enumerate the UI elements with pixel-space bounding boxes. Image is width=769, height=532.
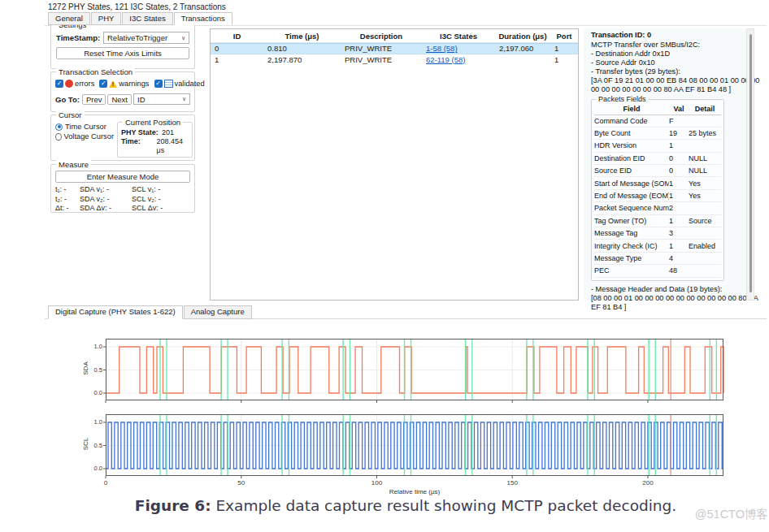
measure-t: Δt: - bbox=[55, 204, 80, 214]
column-header-description[interactable]: Description bbox=[341, 32, 422, 41]
measure-scl: SCL Δv: - bbox=[132, 204, 184, 214]
filter-label: warnings bbox=[119, 80, 149, 88]
field-detail: Yes bbox=[689, 179, 721, 188]
cell-description: PRIV_WRITE bbox=[341, 55, 422, 64]
i3c-states-link[interactable]: 1-58 (58) bbox=[426, 44, 458, 53]
filter-errors[interactable]: ✓errors bbox=[55, 80, 94, 88]
cell-time: 0.810 bbox=[263, 44, 341, 53]
column-header-id[interactable]: ID bbox=[211, 32, 263, 41]
current-position-label: Current Position bbox=[123, 118, 183, 127]
voltage-cursor-label: Voltage Cursor bbox=[64, 132, 115, 141]
details-footer-line: - Message Header and Data (19 bytes): bbox=[591, 285, 746, 294]
filter-label: validated bbox=[175, 80, 205, 88]
x-tick-label: 50 bbox=[232, 479, 251, 487]
transaction-row[interactable]: 12,197.870PRIV_WRITE62-119 (58)1 bbox=[211, 54, 578, 66]
phy-state-label: PHY State: bbox=[121, 128, 162, 137]
cell-i3c-states: 62-119 (58) bbox=[422, 55, 495, 64]
timestamp-label: TimeStamp: bbox=[56, 33, 103, 42]
measure-row: t₁: -SDA v₁: -SCL v₁: - bbox=[55, 185, 190, 195]
details-line: MCTP Transfer over SMBus/I2C: bbox=[591, 41, 746, 50]
field-name: Byte Count bbox=[594, 129, 669, 137]
filter-warnings[interactable]: ✓warnings bbox=[99, 80, 149, 88]
tab-i3c-states[interactable]: I3C States bbox=[122, 12, 172, 25]
warning-triangle-icon bbox=[109, 80, 117, 88]
field-name: Source EID bbox=[594, 167, 669, 175]
y-tick-label: 0.0 bbox=[86, 465, 102, 472]
measure-scl: SCL v₂: - bbox=[132, 195, 184, 205]
packets-row: Packet Sequence Num2 bbox=[594, 202, 721, 214]
x-tick-label: 200 bbox=[638, 479, 658, 487]
time-cursor-label: Time Cursor bbox=[65, 123, 106, 131]
cell-description: PRIV_WRITE bbox=[341, 44, 422, 53]
scl-waveform-plot[interactable]: 0.00.51.0SCL050100150200Relative time (μ… bbox=[106, 414, 723, 476]
details-line: 00 00 00 00 00 00 00 80 AA EF 81 B4 48 ] bbox=[591, 85, 746, 94]
radio-unselected-icon[interactable] bbox=[55, 133, 62, 141]
filter-validated[interactable]: ✓validated bbox=[154, 80, 205, 88]
time-cursor-radio[interactable]: Time Cursor bbox=[55, 122, 114, 132]
packets-row: Integrity Check (IC)1Enabled bbox=[594, 240, 721, 252]
field-name: Message Type bbox=[594, 254, 669, 262]
goto-label: Go To: bbox=[55, 95, 80, 104]
x-axis-label: Relative time (μs) bbox=[370, 488, 459, 495]
packets-row: Start of Message (SOM)1Yes bbox=[594, 177, 721, 189]
figure-caption-prefix: Figure 6: bbox=[135, 497, 211, 514]
sda-waveform-plot[interactable]: 0.00.51.0SDA bbox=[106, 339, 723, 400]
enter-measure-mode-button[interactable]: Enter Measure Mode bbox=[55, 171, 190, 183]
packets-row: Destination EID0NULL bbox=[594, 153, 721, 165]
tab-general[interactable]: General bbox=[48, 12, 90, 25]
tab-transactions[interactable]: Transactions bbox=[174, 12, 232, 25]
field-val: 3 bbox=[669, 229, 689, 237]
voltage-cursor-radio[interactable]: Voltage Cursor bbox=[55, 132, 114, 141]
packets-fields-body: Command CodeFByte Count1925 bytesHDR Ver… bbox=[594, 115, 721, 278]
packets-fields-group: Packets Fields FieldValDetail Command Co… bbox=[591, 99, 724, 281]
details-line: - Destination Addr 0x1D bbox=[591, 50, 746, 58]
measure-row: t₂: -SDA v₂: -SCL v₂: - bbox=[55, 195, 190, 205]
field-val: 4 bbox=[669, 254, 689, 262]
checkbox-checked-icon[interactable]: ✓ bbox=[154, 80, 163, 88]
field-detail: Enabled bbox=[689, 242, 721, 250]
column-header-i3c-states[interactable]: I3C States bbox=[422, 32, 495, 41]
tab-phy[interactable]: PHY bbox=[91, 12, 122, 25]
figure-caption-text: Example data capture result showing MCTP… bbox=[211, 497, 677, 514]
packets-fields-header: FieldValDetail bbox=[594, 103, 721, 115]
tab-analog-capture[interactable]: Analog Capture bbox=[184, 305, 252, 319]
measure-row: Δt: -SDA Δv: -SCL Δv: - bbox=[55, 204, 190, 214]
next-button[interactable]: Next bbox=[107, 94, 132, 105]
cell-time: 2,197.870 bbox=[263, 55, 341, 64]
checkbox-checked-icon[interactable]: ✓ bbox=[99, 80, 107, 88]
time-value: 208.454 μs bbox=[157, 137, 189, 155]
timestamp-select[interactable]: RelativeToTrigger ∨ bbox=[103, 32, 189, 44]
column-header-time-s[interactable]: Time (μs) bbox=[263, 32, 341, 41]
i3c-states-link[interactable]: 62-119 (58) bbox=[426, 55, 465, 64]
tab-digital-capture-phy-states-1-622[interactable]: Digital Capture (PHY States 1-622) bbox=[48, 305, 183, 319]
radio-selected-icon[interactable] bbox=[55, 123, 63, 131]
packets-row: Byte Count1925 bytes bbox=[594, 128, 721, 140]
packets-column-detail: Detail bbox=[689, 105, 721, 113]
field-name: Message Tag bbox=[594, 229, 669, 237]
measure-t: t₁: - bbox=[55, 185, 80, 195]
packets-row: End of Message (EOM)1Yes bbox=[594, 190, 721, 202]
field-name: Destination EID bbox=[594, 154, 669, 162]
chevron-down-icon: ∨ bbox=[182, 96, 186, 102]
field-val: 1 bbox=[669, 141, 689, 149]
column-header-duration-s[interactable]: Duration (μs) bbox=[495, 32, 550, 41]
checkbox-checked-icon[interactable]: ✓ bbox=[55, 80, 63, 88]
cursor-group: Cursor Time Cursor Voltage Cursor Curren… bbox=[50, 115, 195, 161]
capture-tabs: Digital Capture (PHY States 1-622)Analog… bbox=[45, 305, 767, 319]
status-bar: 1272 PHY States, 121 I3C States, 2 Trans… bbox=[48, 2, 226, 11]
goto-field-select[interactable]: ID ∨ bbox=[133, 93, 190, 105]
details-scrollbar[interactable] bbox=[746, 28, 754, 301]
scrollbar-thumb[interactable] bbox=[749, 34, 752, 292]
watermark: @51CTO博客 bbox=[695, 507, 768, 522]
field-name: End of Message (EOM) bbox=[594, 192, 669, 200]
field-val: 2 bbox=[669, 204, 689, 212]
cell-id: 1 bbox=[211, 55, 263, 64]
packets-row: Message Tag3 bbox=[594, 227, 721, 240]
packets-row: HDR Version1 bbox=[594, 140, 721, 152]
cell-port: 1 bbox=[550, 55, 578, 64]
validated-table-icon bbox=[164, 80, 173, 88]
column-header-port[interactable]: Port bbox=[550, 32, 578, 41]
prev-button[interactable]: Prev bbox=[82, 94, 106, 105]
transaction-row[interactable]: 00.810PRIV_WRITE1-58 (58)2,197.0601 bbox=[211, 43, 578, 54]
reset-time-axis-button[interactable]: Reset Time Axis Limits bbox=[56, 47, 189, 59]
